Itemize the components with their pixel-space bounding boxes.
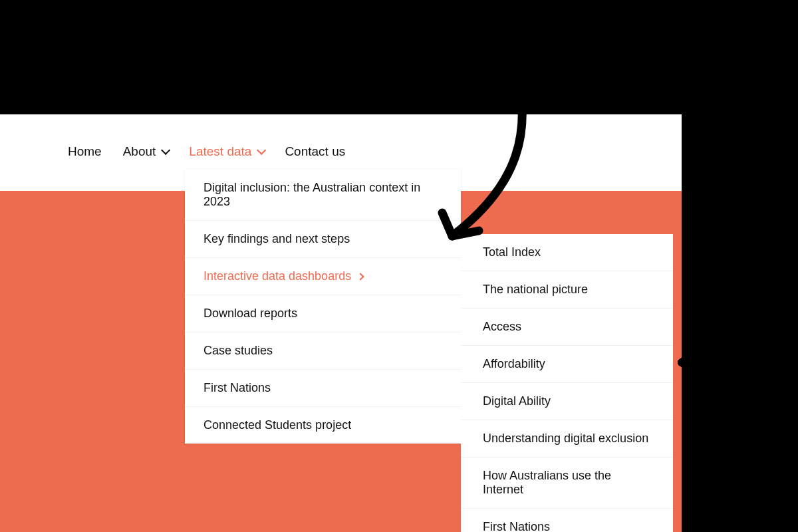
dropdown-item-label: First Nations (203, 381, 271, 395)
submenu-item-access[interactable]: Access (461, 309, 673, 346)
submenu-interactive-dashboards: Total Index The national picture Access … (461, 234, 673, 532)
submenu-item-digital-ability[interactable]: Digital Ability (461, 383, 673, 420)
submenu-item-understanding-exclusion[interactable]: Understanding digital exclusion (461, 420, 673, 458)
dropdown-item-label: Connected Students project (203, 418, 351, 432)
nav-label: Contact us (285, 144, 345, 159)
chevron-right-icon (356, 273, 364, 280)
submenu-item-label: The national picture (483, 283, 588, 296)
submenu-item-label: Access (483, 320, 521, 333)
dropdown-item-label: Key findings and next steps (203, 232, 350, 246)
submenu-item-label: How Australians use the Internet (483, 469, 611, 496)
dropdown-item-case-studies[interactable]: Case studies (185, 332, 461, 370)
nav-label: Latest data (189, 144, 251, 159)
submenu-item-affordability[interactable]: Affordability (461, 346, 673, 383)
nav-home[interactable]: Home (68, 144, 102, 159)
chevron-down-icon (257, 146, 266, 155)
dropdown-item-label: Interactive data dashboards (203, 269, 351, 283)
nav-contact-us[interactable]: Contact us (285, 144, 345, 159)
arrow-annotation-icon (672, 326, 798, 406)
dropdown-item-download-reports[interactable]: Download reports (185, 295, 461, 332)
chevron-down-icon (161, 146, 170, 155)
nav-label: Home (68, 144, 102, 159)
nav-label: About (123, 144, 156, 159)
nav-about[interactable]: About (123, 144, 168, 159)
submenu-item-total-index[interactable]: Total Index (461, 234, 673, 271)
dropdown-item-connected-students[interactable]: Connected Students project (185, 407, 461, 444)
dropdown-item-label: Case studies (203, 344, 273, 358)
submenu-item-label: Digital Ability (483, 394, 551, 408)
submenu-item-how-australians-use-internet[interactable]: How Australians use the Internet (461, 458, 673, 509)
submenu-item-label: Affordability (483, 357, 545, 370)
dropdown-item-label: Digital inclusion: the Australian contex… (203, 181, 442, 209)
submenu-item-label: First Nations (483, 520, 550, 532)
dropdown-item-first-nations[interactable]: First Nations (185, 370, 461, 407)
dropdown-latest-data: Digital inclusion: the Australian contex… (185, 170, 461, 444)
dropdown-item-key-findings[interactable]: Key findings and next steps (185, 221, 461, 258)
dropdown-item-interactive-dashboards[interactable]: Interactive data dashboards (185, 258, 461, 295)
submenu-item-first-nations[interactable]: First Nations (461, 509, 673, 532)
submenu-item-national-picture[interactable]: The national picture (461, 271, 673, 309)
main-nav: Home About Latest data Contact us (68, 144, 345, 159)
nav-latest-data[interactable]: Latest data (189, 144, 263, 159)
submenu-item-label: Understanding digital exclusion (483, 432, 648, 445)
dropdown-item-label: Download reports (203, 307, 297, 321)
dropdown-item-digital-inclusion[interactable]: Digital inclusion: the Australian contex… (185, 170, 461, 221)
submenu-item-label: Total Index (483, 245, 541, 259)
